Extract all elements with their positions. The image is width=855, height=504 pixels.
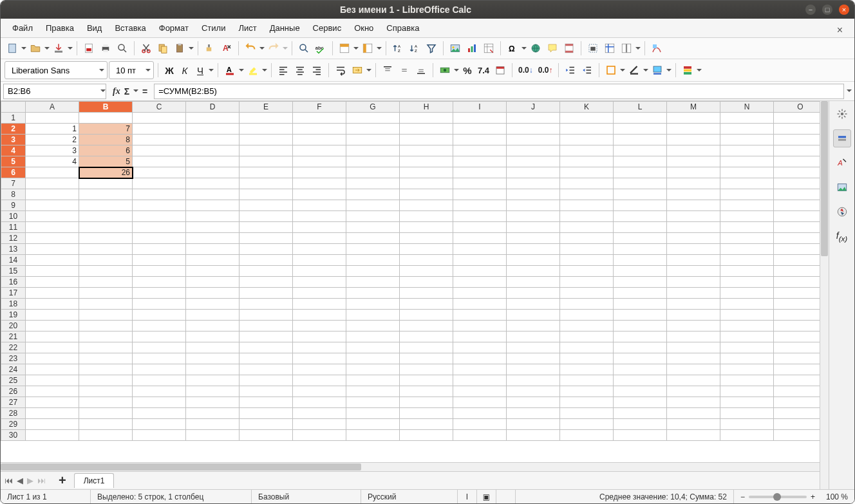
cell-O10[interactable] [774,211,820,222]
cell-B14[interactable] [79,255,133,266]
cell-H3[interactable] [400,135,453,145]
menu-styles[interactable]: Стили [196,21,230,35]
merge-cells-button[interactable] [350,62,365,79]
cell-C21[interactable] [133,331,186,342]
cell-J2[interactable] [507,124,560,135]
zoom-out-button[interactable]: − [740,492,745,501]
cell-K11[interactable] [560,222,614,233]
cell-N14[interactable] [720,255,774,266]
cell-I27[interactable] [453,397,507,408]
cell-N30[interactable] [720,430,774,441]
cell-M26[interactable] [667,386,720,397]
column-header-G[interactable]: G [346,102,400,113]
copy-button[interactable] [155,40,171,57]
cell-F14[interactable] [293,255,346,266]
cell-H23[interactable] [400,353,453,364]
cell-K26[interactable] [560,386,614,397]
cell-E3[interactable] [240,135,293,145]
cell-M18[interactable] [667,299,720,310]
cell-B29[interactable] [79,419,133,430]
split-window-button[interactable] [619,40,634,57]
cell-A12[interactable] [26,233,79,244]
menu-view[interactable]: Вид [82,21,108,35]
cell-B30[interactable] [79,430,133,441]
cell-O17[interactable] [774,288,820,299]
cell-J26[interactable] [507,386,560,397]
increase-indent-button[interactable] [563,62,578,79]
document-close-icon[interactable]: × [832,22,848,39]
cell-B3[interactable]: 8 [79,135,133,145]
cell-F12[interactable] [293,233,346,244]
cell-A16[interactable] [26,277,79,288]
zoom-value[interactable]: 100 % [819,492,848,501]
cell-G28[interactable] [346,408,400,419]
cell-F18[interactable] [293,299,346,310]
formula-button[interactable]: = [142,86,147,97]
cell-K8[interactable] [560,189,614,200]
cell-G8[interactable] [346,189,400,200]
cell-K18[interactable] [560,299,614,310]
status-aggregate[interactable]: Среднее значение: 10,4; Сумма: 52 [516,490,734,503]
cell-N22[interactable] [720,342,774,353]
cell-C26[interactable] [133,386,186,397]
cell-N27[interactable] [720,397,774,408]
cell-O11[interactable] [774,222,820,233]
cell-F7[interactable] [293,178,346,189]
cell-O27[interactable] [774,397,820,408]
cell-C18[interactable] [133,299,186,310]
cell-A1[interactable] [26,113,79,124]
cell-L26[interactable] [614,386,667,397]
cell-O7[interactable] [774,178,820,189]
name-box-input[interactable] [4,86,100,96]
cell-G7[interactable] [346,178,400,189]
cell-N8[interactable] [720,189,774,200]
cell-I30[interactable] [453,430,507,441]
cell-G19[interactable] [346,310,400,321]
cell-D21[interactable] [186,331,240,342]
cell-B5[interactable]: 5 [79,156,133,167]
cell-F4[interactable] [293,145,346,156]
cell-C30[interactable] [133,430,186,441]
currency-button[interactable] [437,62,453,79]
cell-N11[interactable] [720,222,774,233]
cell-L11[interactable] [614,222,667,233]
cell-O26[interactable] [774,386,820,397]
cell-A18[interactable] [26,299,79,310]
close-button[interactable]: × [839,5,849,15]
cell-L27[interactable] [614,397,667,408]
bold-button[interactable]: Ж [162,62,176,79]
insert-image-button[interactable] [447,40,463,57]
cell-L19[interactable] [614,310,667,321]
cell-I24[interactable] [453,364,507,375]
cell-E21[interactable] [240,331,293,342]
cell-H5[interactable] [400,156,453,167]
cell-A26[interactable] [26,386,79,397]
autofilter-button[interactable] [424,40,439,57]
cell-A20[interactable] [26,321,79,331]
cell-K20[interactable] [560,321,614,331]
cell-N15[interactable] [720,266,774,277]
cell-H2[interactable] [400,124,453,135]
cell-K25[interactable] [560,375,614,386]
cell-A7[interactable] [26,178,79,189]
minimize-button[interactable]: − [805,5,816,15]
cell-B24[interactable] [79,364,133,375]
cell-M15[interactable] [667,266,720,277]
cell-O25[interactable] [774,375,820,386]
cell-I5[interactable] [453,156,507,167]
new-dropdown[interactable] [21,45,26,52]
sort-desc-button[interactable]: AZ [407,40,422,57]
row-header-8[interactable]: 8 [1,189,26,200]
undo-dropdown[interactable] [259,45,265,52]
cell-K15[interactable] [560,266,614,277]
decrease-indent-button[interactable] [579,62,595,79]
row-header-14[interactable]: 14 [1,255,26,266]
cell-I8[interactable] [453,189,507,200]
cell-C5[interactable] [133,156,186,167]
cell-B10[interactable] [79,211,133,222]
cell-G24[interactable] [346,364,400,375]
cell-C23[interactable] [133,353,186,364]
underline-button[interactable]: Ч [193,62,207,79]
cell-K28[interactable] [560,408,614,419]
column-header-I[interactable]: I [453,102,507,113]
